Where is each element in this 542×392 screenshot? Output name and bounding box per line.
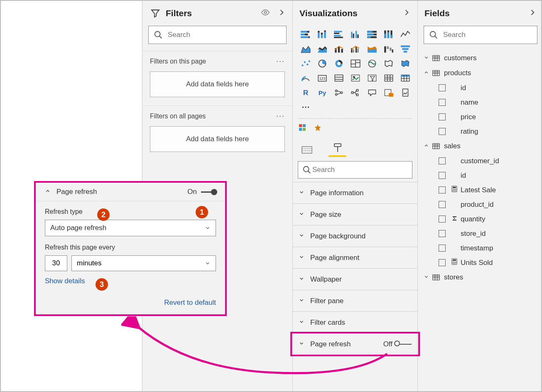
viz-more-icon[interactable] [299, 101, 312, 113]
viz-card-icon[interactable]: 123 [315, 72, 329, 84]
field-table-customers[interactable]: customers [418, 51, 542, 66]
viz-slicer-icon[interactable] [365, 72, 379, 84]
viz-line-icon[interactable] [398, 28, 412, 40]
format-search-input[interactable] [311, 165, 408, 174]
viz-table-icon[interactable] [382, 72, 395, 84]
format-section[interactable]: Page alignment [293, 247, 417, 268]
viz-shape-map-icon[interactable] [398, 57, 412, 69]
field-checkbox[interactable] [439, 245, 446, 252]
field-checkbox[interactable] [439, 230, 446, 237]
field-customer_id[interactable]: customer_id [418, 154, 542, 168]
appsource-visual-icon[interactable] [299, 124, 307, 134]
tab-format[interactable] [329, 143, 346, 157]
format-section-page-refresh[interactable]: Page refresh Off [293, 333, 417, 355]
field-id[interactable]: id [418, 81, 542, 95]
viz-line-stacked-column-icon[interactable] [332, 43, 346, 55]
viz-stacked-column-icon[interactable] [315, 28, 329, 40]
svg-rect-94 [303, 128, 306, 131]
viz-decomposition-tree-icon[interactable] [348, 86, 362, 98]
filters-on-page-drop[interactable]: Add data fields here [150, 71, 285, 97]
field-checkbox[interactable] [439, 99, 446, 106]
field-table-stores[interactable]: stores [418, 270, 542, 285]
revert-to-default-link[interactable]: Revert to default [36, 292, 225, 314]
field-quantity[interactable]: quantity [418, 212, 542, 226]
viz-kpi-icon[interactable] [348, 72, 362, 84]
field-checkbox[interactable] [439, 172, 446, 179]
callout-toggle[interactable]: On [187, 188, 216, 196]
field-checkbox[interactable] [439, 128, 446, 135]
viz-filled-map-icon[interactable] [382, 57, 395, 69]
refresh-type-select[interactable]: Auto page refresh [45, 220, 216, 236]
svg-rect-21 [357, 34, 358, 38]
show-details-link[interactable]: Show details [45, 277, 216, 285]
viz-python-icon[interactable]: Py [315, 86, 329, 98]
field-store_id[interactable]: store_id [418, 226, 542, 241]
viz-pie-icon[interactable] [315, 57, 329, 69]
viz-r-script-icon[interactable]: R [299, 86, 312, 98]
field-checkbox[interactable] [439, 201, 446, 208]
viz-donut-icon[interactable] [332, 57, 346, 69]
format-search[interactable] [298, 161, 412, 179]
viz-ribbon-icon[interactable] [365, 43, 379, 55]
collapse-pane-icon[interactable] [277, 8, 286, 18]
filters-search-input[interactable] [167, 30, 281, 39]
viz-gauge-icon[interactable] [299, 72, 312, 84]
field-checkbox[interactable] [439, 259, 446, 266]
field-table-products[interactable]: products [418, 66, 542, 81]
tab-fields[interactable] [299, 143, 316, 157]
field-checkbox[interactable] [439, 216, 446, 223]
viz-clustered-bar-icon[interactable] [332, 28, 346, 40]
viz-qa-icon[interactable] [365, 86, 379, 98]
viz-smart-narrative-icon[interactable] [382, 86, 395, 98]
collapse-pane-icon[interactable] [402, 8, 411, 18]
format-section[interactable]: Page background [293, 225, 417, 247]
field-checkbox[interactable] [439, 84, 446, 91]
field-checkbox[interactable] [439, 186, 446, 194]
field-units-sold[interactable]: Units Sold [418, 255, 542, 270]
fields-search-input[interactable] [442, 30, 532, 39]
pinned-visual-icon[interactable] [314, 124, 322, 134]
field-checkbox[interactable] [439, 113, 446, 120]
format-section[interactable]: Filter cards [293, 311, 417, 333]
viz-waterfall-icon[interactable] [382, 43, 395, 55]
field-product_id[interactable]: product_id [418, 197, 542, 212]
field-table-sales[interactable]: sales [418, 139, 542, 154]
field-latest-sale[interactable]: Latest Sale [418, 183, 542, 197]
viz-paginated-report-icon[interactable] [398, 86, 412, 98]
chevron-up-icon[interactable] [45, 188, 51, 196]
page-refresh-toggle[interactable]: Off [383, 340, 412, 348]
field-rating[interactable]: rating [418, 124, 542, 139]
viz-100-stacked-bar-icon[interactable] [365, 28, 379, 40]
filters-search[interactable] [148, 26, 287, 44]
viz-key-influencers-icon[interactable] [332, 86, 346, 98]
visibility-icon[interactable] [261, 8, 270, 19]
viz-treemap-icon[interactable] [348, 57, 362, 69]
format-section[interactable]: Page information [293, 182, 417, 203]
viz-stacked-bar-icon[interactable] [299, 28, 312, 40]
viz-area-icon[interactable] [299, 43, 312, 55]
more-icon[interactable]: ··· [276, 112, 285, 120]
filters-all-pages-drop[interactable]: Add data fields here [150, 126, 285, 152]
field-name[interactable]: name [418, 95, 542, 110]
field-id[interactable]: id [418, 168, 542, 183]
viz-scatter-icon[interactable] [299, 57, 312, 69]
format-section[interactable]: Wallpaper [293, 268, 417, 290]
more-icon[interactable]: ··· [276, 57, 285, 66]
viz-line-clustered-column-icon[interactable] [348, 43, 362, 55]
viz-matrix-icon[interactable] [398, 72, 412, 84]
viz-funnel-icon[interactable] [398, 43, 412, 55]
field-timestamp[interactable]: timestamp [418, 241, 542, 255]
interval-value-input[interactable]: 30 [45, 255, 67, 271]
viz-map-icon[interactable] [365, 57, 379, 69]
interval-unit-select[interactable]: minutes [71, 255, 216, 271]
format-section[interactable]: Page size [293, 203, 417, 225]
collapse-pane-icon[interactable] [528, 8, 537, 18]
viz-100-stacked-column-icon[interactable] [382, 28, 395, 40]
fields-search[interactable] [424, 26, 537, 44]
viz-clustered-column-icon[interactable] [348, 28, 362, 40]
field-checkbox[interactable] [439, 157, 446, 164]
format-section[interactable]: Filter pane [293, 290, 417, 311]
viz-multi-row-card-icon[interactable] [332, 72, 346, 84]
viz-stacked-area-icon[interactable] [315, 43, 329, 55]
field-price[interactable]: price [418, 110, 542, 124]
